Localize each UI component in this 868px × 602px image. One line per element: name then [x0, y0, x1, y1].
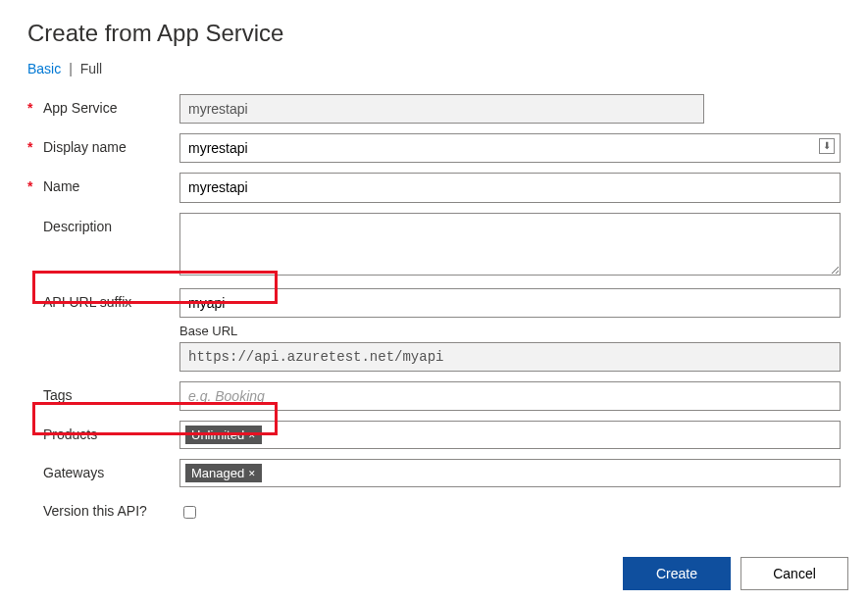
app-service-input[interactable]	[179, 94, 704, 124]
tags-input[interactable]	[179, 381, 841, 411]
name-input[interactable]	[179, 173, 841, 202]
description-input[interactable]	[179, 213, 841, 276]
tab-bar: Basic | Full	[27, 61, 841, 76]
gateways-input[interactable]: Managed ✕	[179, 459, 841, 487]
version-checkbox[interactable]	[183, 506, 196, 519]
display-name-input[interactable]	[179, 133, 841, 163]
close-icon[interactable]: ✕	[248, 469, 256, 478]
cancel-button[interactable]: Cancel	[740, 557, 848, 590]
gateways-chip: Managed ✕	[184, 463, 263, 483]
app-service-label: App Service	[43, 100, 117, 116]
display-name-label: Display name	[43, 139, 127, 155]
products-label: Products	[43, 426, 97, 442]
page-title: Create from App Service	[27, 20, 841, 47]
products-input[interactable]: Unlimited ✕	[179, 421, 841, 449]
products-chip-label: Unlimited	[191, 427, 244, 442]
name-label: Name	[43, 178, 79, 194]
version-label: Version this API?	[43, 503, 147, 519]
api-url-suffix-label: API URL suffix	[43, 294, 131, 310]
gateways-chip-label: Managed	[191, 466, 244, 480]
save-icon[interactable]: ⬇	[819, 138, 835, 154]
description-label: Description	[43, 219, 112, 234]
tab-basic[interactable]: Basic	[27, 61, 61, 76]
gateways-label: Gateways	[43, 465, 104, 480]
required-indicator: *	[27, 100, 35, 116]
tab-separator: |	[69, 61, 73, 76]
tags-label: Tags	[43, 387, 73, 403]
api-url-suffix-input[interactable]	[179, 288, 841, 318]
create-button[interactable]: Create	[623, 557, 731, 590]
footer-actions: Create Cancel	[623, 557, 848, 590]
products-chip: Unlimited ✕	[184, 425, 263, 445]
required-indicator: *	[27, 178, 35, 194]
close-icon[interactable]: ✕	[248, 430, 256, 440]
base-url-input	[179, 342, 841, 372]
required-indicator: *	[27, 139, 35, 155]
tab-full[interactable]: Full	[80, 61, 103, 76]
base-url-label: Base URL	[179, 324, 841, 338]
